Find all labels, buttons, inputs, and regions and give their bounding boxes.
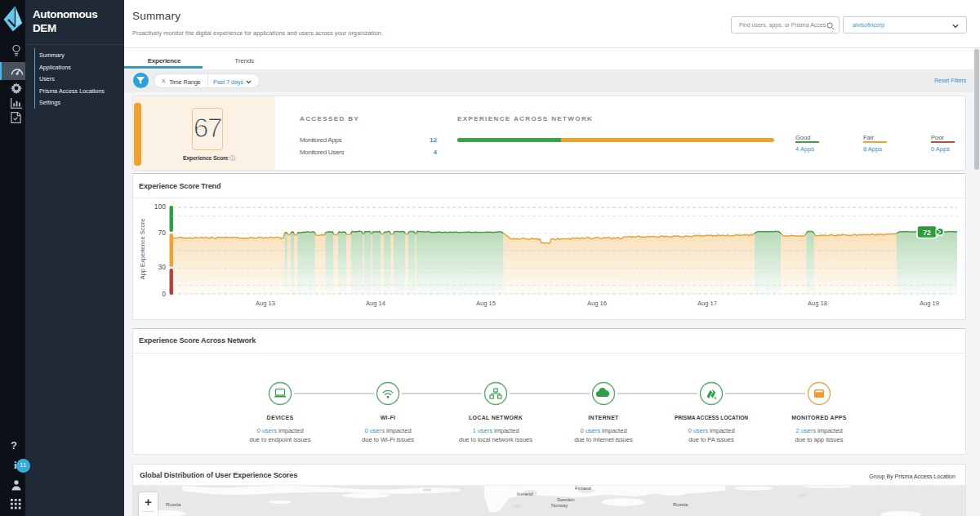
svg-text:App Experience Score: App Experience Score	[139, 219, 146, 280]
svg-text:Aug 17: Aug 17	[697, 300, 717, 307]
svg-text:Russia: Russia	[673, 502, 688, 507]
svg-text:30: 30	[158, 263, 167, 271]
svg-text:Norway: Norway	[551, 503, 568, 508]
svg-text:100: 100	[154, 202, 166, 211]
svg-text:Aug 16: Aug 16	[587, 300, 607, 307]
svg-text:72: 72	[923, 229, 931, 237]
svg-text:Sweden: Sweden	[557, 497, 575, 502]
svg-text:Iceland: Iceland	[517, 492, 532, 496]
svg-text:70: 70	[158, 229, 167, 237]
svg-text:Russia: Russia	[166, 502, 181, 507]
svg-text:Aug 18: Aug 18	[808, 300, 827, 307]
svg-text:Aug 19: Aug 19	[920, 300, 939, 307]
svg-text:Aug 14: Aug 14	[366, 300, 385, 307]
svg-text:Aug 15: Aug 15	[476, 300, 496, 307]
svg-text:Aug 13: Aug 13	[256, 300, 275, 307]
svg-text:Finland: Finland	[575, 486, 591, 491]
svg-text:0: 0	[162, 290, 166, 298]
svg-text:N: N	[715, 397, 717, 400]
